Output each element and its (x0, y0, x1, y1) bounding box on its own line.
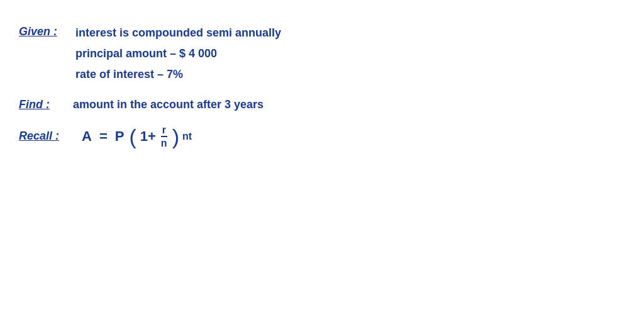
formula-p: P (115, 128, 125, 145)
given-label: Given : (19, 25, 63, 38)
formula-exponent: nt (182, 131, 192, 142)
formula-close-paren: ) (172, 126, 179, 147)
formula-equals: = (99, 128, 108, 145)
given-section: Given : interest is compounded semi annu… (19, 25, 625, 83)
formula: A = P ( 1+ r n ) nt (82, 124, 192, 149)
given-line1: interest is compounded semi annually (75, 25, 281, 41)
find-label: Find : (19, 98, 63, 111)
recall-label: Recall : (19, 130, 63, 143)
given-line3: rate of interest – 7% (75, 67, 281, 82)
given-lines: interest is compounded semi annually pri… (75, 25, 281, 83)
formula-open-paren: ( (129, 126, 136, 147)
fraction-denominator: n (160, 137, 169, 149)
find-text: amount in the account after 3 years (73, 97, 264, 113)
find-section: Find : amount in the account after 3 yea… (19, 97, 625, 113)
recall-section: Recall : A = P ( 1+ r n ) nt (19, 124, 625, 149)
given-line2: principal amount – $ 4 000 (75, 46, 281, 62)
fraction-numerator: r (161, 124, 167, 137)
formula-1plus: 1+ (140, 128, 156, 145)
formula-a: A (82, 128, 92, 145)
formula-fraction: r n (160, 124, 169, 149)
